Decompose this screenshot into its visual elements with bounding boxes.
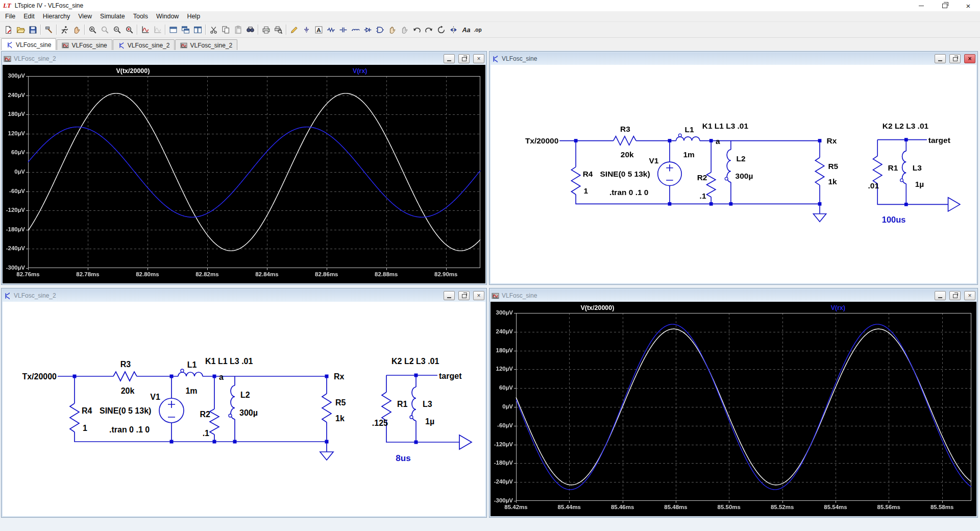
label-button[interactable]: A bbox=[312, 23, 325, 36]
child-restore-button[interactable] bbox=[458, 291, 470, 300]
undo-button[interactable] bbox=[410, 23, 423, 36]
resistor-r5[interactable] bbox=[815, 157, 824, 185]
child-minimize-button[interactable] bbox=[935, 291, 946, 300]
menu-item-hierarchy[interactable]: Hierarchy bbox=[39, 12, 75, 21]
child-restore-button[interactable] bbox=[949, 291, 961, 300]
resistor-r2[interactable] bbox=[210, 409, 219, 435]
schematic-label-tran-directive: .tran 0 .1 0 bbox=[609, 188, 649, 197]
cut-button[interactable] bbox=[207, 23, 219, 36]
control-panel-button[interactable] bbox=[42, 23, 55, 36]
cascade-windows-button[interactable] bbox=[179, 23, 191, 36]
child-minimize-button[interactable] bbox=[444, 291, 455, 300]
inductor-l1[interactable] bbox=[676, 137, 700, 141]
child-restore-button[interactable] bbox=[949, 54, 961, 63]
halt-button[interactable] bbox=[70, 23, 83, 36]
menu-item-view[interactable]: View bbox=[74, 12, 96, 21]
child-window-schematic-vlfosc-sine[interactable]: VLFosc_sine × Tx/20000 R3 bbox=[489, 51, 978, 285]
child-titlebar[interactable]: VLFosc_sine_2 × bbox=[3, 53, 485, 65]
child-window-schematic-vlfosc-sine-2[interactable]: VLFosc_sine_2 × Tx/20000 R3 bbox=[1, 288, 487, 518]
child-minimize-button[interactable] bbox=[935, 54, 946, 63]
paste-button[interactable] bbox=[232, 23, 244, 36]
pan-button[interactable] bbox=[151, 23, 163, 36]
tile-windows-button[interactable] bbox=[191, 23, 204, 36]
menu-item-tools[interactable]: Tools bbox=[129, 12, 152, 21]
resistor-button[interactable] bbox=[325, 23, 337, 36]
capacitor-button[interactable] bbox=[337, 23, 349, 36]
move-button[interactable] bbox=[386, 23, 398, 36]
text-button[interactable]: Aa bbox=[459, 23, 472, 36]
menu-item-edit[interactable]: Edit bbox=[19, 12, 39, 21]
new-window-button[interactable] bbox=[167, 23, 179, 36]
tab-vlfosc_sine_2-waveform[interactable]: VLFosc_sine_2 bbox=[175, 39, 237, 51]
rotate-button[interactable] bbox=[435, 23, 447, 36]
menu-item-file[interactable]: File bbox=[1, 12, 19, 21]
ground-button[interactable] bbox=[300, 23, 312, 36]
resistor-r3[interactable] bbox=[113, 372, 137, 381]
drag-button[interactable] bbox=[398, 23, 410, 36]
zoom-back-button[interactable] bbox=[99, 23, 111, 36]
menu-item-help[interactable]: Help bbox=[183, 12, 204, 21]
child-titlebar[interactable]: VLFosc_sine × bbox=[491, 289, 976, 302]
menu-item-simulate[interactable]: Simulate bbox=[96, 12, 129, 21]
save-button[interactable] bbox=[27, 23, 39, 36]
child-close-button[interactable]: × bbox=[964, 54, 975, 63]
open-button[interactable] bbox=[14, 23, 27, 36]
spice-directive-button[interactable]: .op bbox=[472, 23, 484, 36]
tab-vlfosc_sine-schematic[interactable]: VLFosc_sine bbox=[1, 38, 56, 51]
ground-symbol[interactable] bbox=[320, 452, 333, 460]
child-close-button[interactable]: × bbox=[964, 291, 975, 300]
schematic-label-r2-value: .1 bbox=[203, 429, 209, 438]
child-close-button[interactable]: × bbox=[473, 291, 484, 300]
resistor-r4[interactable] bbox=[571, 167, 580, 195]
inductor-button[interactable] bbox=[349, 23, 361, 36]
resistor-r1[interactable] bbox=[382, 392, 391, 421]
print-preview-button[interactable] bbox=[272, 23, 284, 36]
copy-button[interactable] bbox=[219, 23, 232, 36]
inductor-l1[interactable] bbox=[178, 372, 203, 376]
menu-item-window[interactable]: Window bbox=[152, 12, 183, 21]
child-close-button[interactable]: × bbox=[473, 54, 484, 63]
child-window-title: VLFosc_sine_2 bbox=[14, 292, 440, 299]
app-close-button[interactable]: × bbox=[957, 0, 980, 11]
wire-button[interactable] bbox=[288, 23, 300, 36]
component-button[interactable] bbox=[374, 23, 386, 36]
child-restore-button[interactable] bbox=[458, 54, 470, 63]
waveform-canvas[interactable] bbox=[491, 302, 976, 516]
app-restore-button[interactable] bbox=[933, 0, 957, 11]
resistor-r2[interactable] bbox=[706, 172, 715, 197]
child-titlebar[interactable]: VLFosc_sine × bbox=[491, 53, 976, 65]
toolbar-separator bbox=[205, 25, 206, 35]
child-minimize-button[interactable] bbox=[444, 54, 455, 63]
child-window-waveform-vlfosc-sine[interactable]: VLFosc_sine × 300µV240µV180µV120µV60µV0µ… bbox=[489, 288, 978, 518]
new-schematic-button[interactable] bbox=[2, 23, 14, 36]
app-minimize-button[interactable] bbox=[910, 0, 933, 11]
child-window-waveform-vlfosc-sine-2[interactable]: VLFosc_sine_2 × 300µV240µV180µV120µV60µV… bbox=[1, 51, 487, 285]
waveform-canvas[interactable] bbox=[3, 65, 485, 283]
tab-vlfosc_sine_2-schematic[interactable]: VLFosc_sine_2 bbox=[113, 39, 175, 51]
schematic-label-k1-directive: K1 L1 L3 .01 bbox=[702, 122, 749, 130]
resistor-r4[interactable] bbox=[70, 403, 79, 432]
restore-icon bbox=[462, 294, 467, 298]
find-button[interactable] bbox=[244, 23, 256, 36]
schematic-canvas[interactable]: Tx/20000 R3 20k V1 SINE(0 5 13k) .tran 0… bbox=[517, 119, 971, 229]
schematic-canvas[interactable]: Tx/20000 R3 20k V1 SINE(0 5 13k) .tran 0… bbox=[14, 354, 483, 467]
child-titlebar[interactable]: VLFosc_sine_2 × bbox=[3, 289, 485, 302]
schematic-label-probe-time: 100us bbox=[882, 215, 906, 224]
ground-symbol[interactable] bbox=[813, 214, 826, 222]
component-icon bbox=[376, 26, 384, 34]
schematic-label-r2-name: R2 bbox=[200, 410, 211, 419]
zoom-in-button[interactable] bbox=[86, 23, 99, 36]
autorange-y-button[interactable] bbox=[139, 23, 151, 36]
print-button[interactable] bbox=[260, 23, 272, 36]
zoom-out-button[interactable] bbox=[111, 23, 123, 36]
redo-button[interactable] bbox=[423, 23, 435, 36]
zoom-full-button[interactable] bbox=[123, 23, 135, 36]
tab-vlfosc_sine-waveform[interactable]: VLFosc_sine bbox=[57, 39, 112, 51]
resistor-r1[interactable] bbox=[873, 156, 881, 184]
resistor-r5[interactable] bbox=[322, 394, 331, 422]
resistor-r3[interactable] bbox=[614, 136, 636, 145]
diode-button[interactable] bbox=[361, 23, 374, 36]
mirror-button[interactable] bbox=[447, 23, 459, 36]
run-button[interactable] bbox=[58, 23, 70, 36]
zoom-back-icon bbox=[101, 26, 109, 34]
